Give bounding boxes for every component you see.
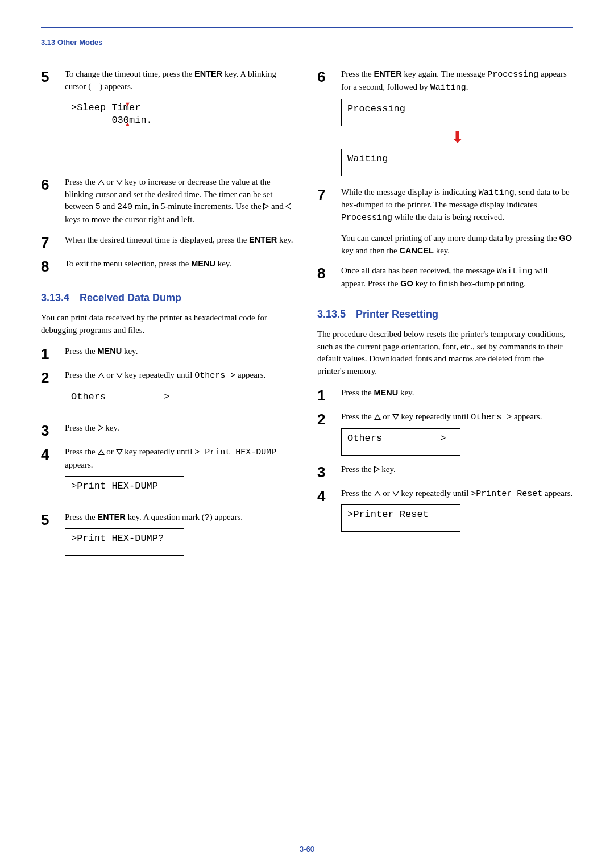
text: Press the — [341, 412, 374, 421]
page-header: 3.13 Other Modes — [41, 38, 573, 47]
text: When the desired timeout time is display… — [65, 235, 249, 244]
lcd-print-hexdump: >Print HEX-DUMP — [65, 476, 184, 503]
lcd-others: Others > — [341, 428, 460, 456]
key-enter: ENTER — [98, 512, 126, 521]
section-intro: The procedure described below resets the… — [317, 328, 573, 378]
value: 240 — [117, 202, 132, 212]
key-enter: ENTER — [374, 69, 402, 78]
text: key repeatedly until — [123, 447, 195, 456]
text: key repeatedly until — [123, 370, 195, 379]
value: >Printer Reset — [471, 489, 542, 499]
reset-step-4: 4 Press the or key repeatedly until >Pri… — [317, 487, 573, 532]
text: key. — [215, 259, 231, 268]
text: key. — [398, 388, 414, 397]
step-number: 1 — [41, 345, 65, 361]
text: or — [105, 447, 116, 456]
key-go: GO — [559, 233, 572, 243]
lcd-processing: Processing — [341, 99, 460, 126]
text: or — [105, 370, 116, 379]
up-icon — [374, 414, 381, 420]
reset-step-2: 2 Press the or key repeatedly until Othe… — [317, 411, 573, 456]
down-icon — [116, 180, 123, 185]
value: Others > — [471, 412, 512, 422]
lcd-print-hexdump-q: >Print HEX-DUMP? — [65, 528, 184, 556]
right-step-7: 7 While the message display is indicatin… — [317, 186, 573, 257]
value: Processing — [341, 213, 392, 223]
text: Press the — [65, 347, 98, 356]
dump-step-2: 2 Press the or key repeatedly until Othe… — [41, 369, 297, 414]
text: key repeatedly until — [399, 412, 471, 421]
value: ? — [205, 513, 210, 523]
step-number: 4 — [317, 487, 341, 532]
left-step-5: 5 To change the timeout time, press the … — [41, 68, 297, 168]
right-column: 6 Press the ENTER key again. The message… — [317, 68, 573, 564]
up-icon — [98, 180, 105, 185]
text: Press the — [341, 69, 374, 78]
value: Waiting — [430, 83, 466, 93]
step-number: 8 — [317, 265, 341, 290]
text: key. — [103, 423, 119, 432]
dump-step-1: 1 Press the MENU key. — [41, 345, 297, 361]
text: or — [105, 177, 116, 186]
down-icon — [116, 373, 123, 378]
text: Once all data has been received, the mes… — [341, 266, 497, 275]
right-step-6: 6 Press the ENTER key again. The message… — [317, 68, 573, 176]
right-icon — [374, 466, 380, 473]
page-footer: 3-60 — [41, 840, 573, 853]
text: Press the — [341, 465, 374, 474]
text: While the message display is indicating — [341, 187, 479, 197]
text: . — [466, 82, 468, 91]
text: Press the — [65, 370, 98, 379]
text: Press the — [341, 489, 374, 498]
text: Press the — [65, 423, 98, 432]
page-number: 3-60 — [41, 845, 573, 853]
step-number: 5 — [41, 511, 65, 556]
lcd-others: Others > — [65, 387, 184, 414]
left-icon — [285, 203, 291, 210]
text: key to finish hex-dump printing. — [413, 279, 526, 288]
key-enter: ENTER — [249, 235, 277, 244]
text: To change the timeout time, press the — [65, 69, 194, 78]
text: keys to move the cursor right and left. — [65, 215, 194, 224]
step-number: 6 — [41, 176, 65, 226]
section-3-13-5-title: 3.13.5Printer Resetting — [317, 308, 573, 320]
text: key. — [122, 347, 138, 356]
text: min, in 5-minute increments. Use the — [132, 202, 263, 211]
key-menu: MENU — [374, 388, 399, 397]
value: 5 — [96, 202, 101, 212]
left-step-7: 7 When the desired timeout time is displ… — [41, 234, 297, 250]
dump-step-5: 5 Press the ENTER key. A question mark (… — [41, 511, 297, 556]
text: appears. — [512, 412, 542, 421]
cursor-down-icon: ▼ — [125, 100, 131, 108]
text: key again. The message — [402, 69, 488, 78]
text: ) appears. — [210, 512, 243, 521]
right-step-8: 8 Once all data has been received, the m… — [317, 265, 573, 290]
text: key. A question mark ( — [126, 512, 205, 521]
reset-step-3: 3 Press the key. — [317, 464, 573, 479]
down-icon — [392, 491, 399, 496]
key-menu: MENU — [98, 347, 122, 356]
step-number: 3 — [41, 422, 65, 438]
text: Press the — [65, 177, 98, 186]
dump-step-4: 4 Press the or key repeatedly until > Pr… — [41, 446, 297, 503]
value: > Print HEX-DUMP — [194, 448, 276, 457]
right-icon — [98, 424, 103, 431]
step-number: 4 — [41, 446, 65, 503]
text: or — [381, 489, 392, 498]
step-number: 2 — [41, 369, 65, 414]
step-number: 1 — [317, 387, 341, 403]
step-number: 8 — [41, 258, 65, 274]
lcd-waiting: Waiting — [341, 149, 460, 176]
down-icon — [116, 449, 123, 455]
text: You can cancel printing of any more dump… — [341, 233, 559, 243]
left-column: 5 To change the timeout time, press the … — [41, 68, 297, 564]
value: Others > — [194, 371, 235, 381]
text: and — [269, 202, 285, 211]
text: appears. — [542, 489, 572, 498]
text: appears. — [65, 460, 93, 469]
section-intro: You can print data received by the print… — [41, 312, 297, 337]
lcd-printer-reset: >Printer Reset — [341, 504, 460, 532]
step-number: 5 — [41, 68, 65, 168]
left-step-8: 8 To exit the menu selection, press the … — [41, 258, 297, 274]
dump-step-3: 3 Press the key. — [41, 422, 297, 438]
